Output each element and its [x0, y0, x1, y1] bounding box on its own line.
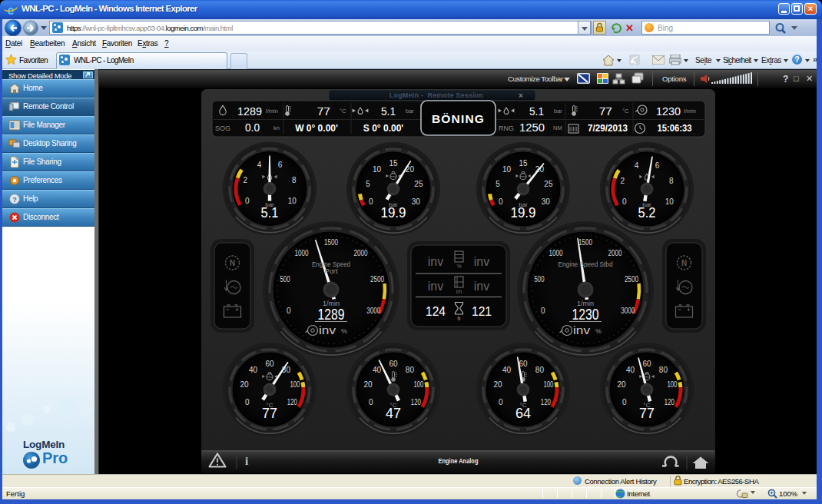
svg-text:3000: 3000: [366, 307, 380, 315]
svg-text:2: 2: [620, 177, 625, 185]
svg-text:80: 80: [659, 366, 668, 374]
svg-text:40: 40: [249, 366, 258, 374]
svg-text:10: 10: [502, 165, 512, 174]
svg-text:20: 20: [494, 380, 503, 389]
svg-text:0: 0: [369, 197, 373, 206]
svg-text:100: 100: [413, 380, 423, 389]
svg-text:20: 20: [618, 380, 627, 389]
svg-text:40: 40: [502, 366, 512, 374]
svg-text:5.1: 5.1: [261, 204, 279, 220]
svg-text:inv: inv: [474, 255, 489, 268]
svg-text:6: 6: [278, 161, 283, 169]
svg-text:120: 120: [411, 398, 421, 406]
svg-text:77: 77: [639, 405, 655, 421]
svg-text:inv: inv: [428, 280, 443, 293]
svg-text:8: 8: [669, 177, 674, 185]
svg-text:4: 4: [257, 161, 262, 169]
svg-text:60: 60: [389, 360, 398, 368]
svg-text:N: N: [230, 259, 235, 267]
svg-text:124: 124: [426, 305, 446, 318]
svg-text:60: 60: [519, 360, 528, 368]
svg-text:i: i: [245, 455, 248, 467]
svg-text:120: 120: [665, 398, 675, 406]
svg-text:inv: inv: [573, 323, 591, 337]
svg-text:20: 20: [240, 380, 250, 389]
svg-text:1230: 1230: [656, 104, 681, 118]
svg-text:2000: 2000: [608, 249, 621, 257]
svg-text:5: 5: [366, 180, 370, 188]
svg-text:120: 120: [287, 398, 297, 406]
svg-text:100: 100: [543, 380, 553, 389]
svg-text:Engine Speed Stbd: Engine Speed Stbd: [558, 260, 613, 268]
svg-text:0: 0: [622, 398, 627, 406]
svg-text:40: 40: [626, 366, 635, 374]
svg-text:30: 30: [542, 197, 551, 206]
svg-text:N: N: [681, 259, 687, 267]
svg-text:500: 500: [535, 275, 545, 284]
svg-text:500: 500: [280, 275, 290, 284]
svg-text:77: 77: [599, 104, 612, 118]
svg-text:5: 5: [496, 180, 500, 188]
svg-text:10: 10: [665, 197, 675, 206]
svg-text:kn: kn: [273, 124, 280, 131]
svg-text:5.1: 5.1: [529, 104, 544, 118]
svg-text:40: 40: [373, 366, 382, 374]
svg-text:W 0° 0.00': W 0° 0.00': [295, 123, 338, 134]
svg-text:bar: bar: [406, 108, 414, 114]
svg-text:15: 15: [519, 159, 528, 167]
svg-text:Engine Analog: Engine Analog: [439, 456, 479, 465]
svg-text:l/min: l/min: [266, 108, 278, 114]
svg-text:1500: 1500: [578, 238, 592, 247]
svg-text:l/h: l/h: [456, 289, 462, 294]
svg-text:°C: °C: [340, 108, 346, 114]
svg-text:inv: inv: [319, 323, 336, 337]
svg-text:0.0: 0.0: [245, 121, 260, 134]
svg-text:121: 121: [472, 305, 492, 318]
svg-text:1000: 1000: [295, 249, 309, 257]
svg-text:1289: 1289: [318, 305, 345, 323]
svg-text:25: 25: [414, 180, 423, 188]
svg-text:60: 60: [642, 360, 651, 368]
svg-text:0: 0: [245, 398, 250, 406]
svg-text:20: 20: [364, 380, 373, 389]
svg-text:0: 0: [541, 307, 545, 315]
svg-text:15: 15: [389, 159, 398, 167]
svg-text:19.9: 19.9: [381, 204, 406, 220]
svg-text:0: 0: [499, 398, 503, 406]
svg-text:7/29/2013: 7/29/2013: [588, 123, 628, 134]
svg-text:15:06:33: 15:06:33: [658, 123, 692, 134]
svg-text:100: 100: [667, 380, 677, 389]
svg-text:2000: 2000: [353, 249, 367, 257]
svg-text:8: 8: [292, 176, 297, 184]
svg-text:80: 80: [406, 366, 415, 374]
svg-text:64: 64: [515, 405, 531, 421]
svg-text:bar: bar: [554, 108, 562, 114]
svg-text:%: %: [456, 264, 461, 269]
svg-text:SOG: SOG: [215, 124, 230, 132]
svg-text:S 0° 0.00': S 0° 0.00': [363, 123, 404, 134]
svg-text:%: %: [341, 327, 347, 335]
svg-text:77: 77: [262, 405, 277, 421]
svg-text:1250: 1250: [519, 121, 545, 134]
svg-text:?: ?: [12, 196, 17, 204]
svg-text:0: 0: [622, 197, 627, 206]
svg-text:0: 0: [499, 197, 503, 206]
svg-text:0: 0: [369, 398, 373, 406]
svg-text:2500: 2500: [625, 275, 638, 284]
svg-text:0: 0: [287, 307, 291, 315]
svg-text:25: 25: [544, 180, 553, 188]
svg-text:LogMeIn - Remote Session: LogMeIn - Remote Session: [389, 91, 484, 99]
svg-text:l/min: l/min: [684, 108, 696, 114]
svg-text:10: 10: [373, 165, 382, 174]
svg-text:19.9: 19.9: [511, 204, 536, 220]
svg-text:10: 10: [288, 197, 297, 205]
svg-text:47: 47: [386, 405, 401, 421]
svg-text:5.1: 5.1: [381, 104, 396, 118]
svg-text:3000: 3000: [621, 307, 635, 315]
svg-text:°C: °C: [622, 108, 629, 114]
svg-text:30: 30: [412, 197, 421, 206]
svg-text:60: 60: [265, 360, 274, 368]
svg-text:4: 4: [635, 161, 639, 170]
svg-text:100: 100: [290, 380, 300, 389]
svg-text:2: 2: [243, 176, 247, 184]
